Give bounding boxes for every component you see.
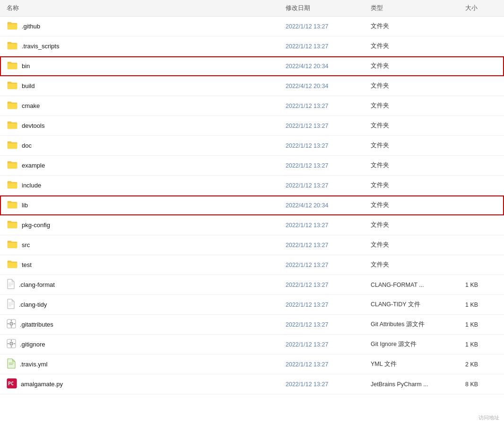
file-name: .clang-tidy: [19, 301, 47, 308]
file-size: 1 KB: [462, 280, 500, 290]
file-size: [462, 124, 500, 128]
table-row[interactable]: .github 2022/1/12 13:27 文件夹: [0, 17, 504, 36]
file-list: 名称 修改日期 类型 大小 .github 2022/1/12 13:27 文件…: [0, 0, 504, 394]
file-name-cell: test: [4, 257, 283, 272]
table-row[interactable]: .clang-tidy 2022/1/12 13:27 CLANG-TIDY 文…: [0, 295, 504, 315]
table-row[interactable]: lib 2022/4/12 20:34 文件夹: [0, 195, 504, 215]
file-name-cell: example: [4, 158, 283, 173]
file-name: lib: [22, 202, 28, 209]
file-size: [462, 243, 500, 247]
table-row[interactable]: .travis_scripts 2022/1/12 13:27 文件夹: [0, 36, 504, 56]
file-date: 2022/1/12 13:27: [283, 359, 368, 370]
file-type: 文件夹: [368, 179, 462, 191]
file-type: 文件夹: [368, 120, 462, 132]
table-row[interactable]: bin 2022/4/12 20:34 文件夹: [0, 56, 504, 76]
table-row[interactable]: .travis.yml 2022/1/12 13:27 YML 文件 2 KB: [0, 355, 504, 374]
file-size: 8 KB: [462, 379, 500, 390]
svg-point-15: [11, 343, 12, 344]
file-date: 2022/1/12 13:27: [283, 180, 368, 191]
file-name: .github: [22, 23, 40, 30]
table-row[interactable]: devtools 2022/1/12 13:27 文件夹: [0, 116, 504, 136]
file-date: 2022/1/12 13:27: [283, 379, 368, 390]
file-type: 文件夹: [368, 160, 462, 171]
file-type: Git Attributes 源文件: [368, 319, 462, 330]
file-type: 文件夹: [368, 199, 462, 211]
file-size: 1 KB: [462, 320, 500, 330]
file-date: 2022/4/12 20:34: [283, 61, 368, 71]
folder-icon: [7, 180, 18, 191]
file-size: [462, 223, 500, 227]
header-size: 大小: [462, 2, 500, 14]
file-type: YML 文件: [368, 358, 462, 370]
folder-icon: [7, 160, 18, 171]
file-name-cell: pkg-config: [4, 218, 283, 232]
folder-icon: [7, 21, 18, 32]
table-row[interactable]: .clang-format 2022/1/12 13:27 CLANG-FORM…: [0, 275, 504, 295]
file-size: [462, 84, 500, 88]
file-name-cell: .travis.yml: [4, 356, 283, 372]
folder-icon: [7, 80, 18, 91]
file-name-cell: lib: [4, 198, 283, 213]
file-size: [462, 144, 500, 148]
file-type: 文件夹: [368, 20, 462, 32]
file-name-cell: build: [4, 79, 283, 93]
header-name: 名称: [4, 2, 283, 14]
file-type: Git Ignore 源文件: [368, 338, 462, 350]
file-type: 文件夹: [368, 219, 462, 231]
file-rows: .github 2022/1/12 13:27 文件夹 .travis_scri…: [0, 17, 504, 394]
table-row[interactable]: example 2022/1/12 13:27 文件夹: [0, 156, 504, 176]
file-size: [462, 64, 500, 68]
table-row[interactable]: pkg-config 2022/1/12 13:27 文件夹: [0, 215, 504, 235]
table-row[interactable]: PC amalgamate.py 2022/1/12 13:27 JetBrai…: [0, 374, 504, 394]
table-row[interactable]: doc 2022/1/12 13:27 文件夹: [0, 136, 504, 156]
gear-icon: [7, 319, 16, 330]
file-type: CLANG-FORMAT ...: [368, 280, 462, 290]
yml-icon: [7, 358, 16, 370]
file-date: 2022/1/12 13:27: [283, 160, 368, 171]
file-date: 2022/1/12 13:27: [283, 300, 368, 310]
file-size: 2 KB: [462, 359, 500, 370]
file-size: 1 KB: [462, 300, 500, 310]
file-type: 文件夹: [368, 60, 462, 72]
file-size: [462, 184, 500, 187]
file-name: src: [22, 241, 30, 248]
folder-icon: [7, 259, 18, 270]
file-name-cell: .gitattributes: [4, 317, 283, 332]
file-name: cmake: [22, 102, 40, 109]
table-row[interactable]: build 2022/4/12 20:34 文件夹: [0, 76, 504, 96]
file-date: 2022/1/12 13:27: [283, 41, 368, 52]
file-name: example: [22, 162, 45, 169]
file-size: 1 KB: [462, 339, 500, 350]
file-name: .clang-format: [19, 281, 55, 288]
file-name-cell: PC amalgamate.py: [4, 376, 283, 392]
file-name-cell: bin: [4, 59, 283, 73]
table-row[interactable]: .gitignore 2022/1/12 13:27 Git Ignore 源文…: [0, 335, 504, 355]
folder-icon: [7, 120, 18, 131]
folder-icon: [7, 140, 18, 151]
header-date: 修改日期: [283, 2, 368, 14]
folder-icon: [7, 41, 18, 52]
file-name-cell: .clang-format: [4, 277, 283, 293]
table-row[interactable]: cmake 2022/1/12 13:27 文件夹: [0, 96, 504, 116]
table-row[interactable]: src 2022/1/12 13:27 文件夹: [0, 235, 504, 255]
doc-icon: [7, 279, 15, 291]
file-name: .gitattributes: [20, 321, 53, 328]
file-date: 2022/1/12 13:27: [283, 320, 368, 330]
file-type: JetBrains PyCharm ...: [368, 379, 462, 390]
file-size: [462, 25, 500, 28]
file-name-cell: doc: [4, 138, 283, 153]
table-row[interactable]: .gitattributes 2022/1/12 13:27 Git Attri…: [0, 315, 504, 335]
doc-icon: [7, 299, 15, 311]
table-row[interactable]: include 2022/1/12 13:27 文件夹: [0, 176, 504, 195]
file-name-cell: cmake: [4, 98, 283, 113]
file-size: [462, 164, 500, 168]
table-row[interactable]: test 2022/1/12 13:27 文件夹: [0, 255, 504, 275]
folder-icon: [7, 61, 18, 71]
table-header: 名称 修改日期 类型 大小: [0, 0, 504, 17]
svg-text:PC: PC: [8, 381, 14, 386]
file-size: [462, 204, 500, 207]
file-size: [462, 263, 500, 267]
file-type: 文件夹: [368, 259, 462, 271]
file-type: 文件夹: [368, 40, 462, 52]
file-name: .travis_scripts: [22, 43, 59, 50]
